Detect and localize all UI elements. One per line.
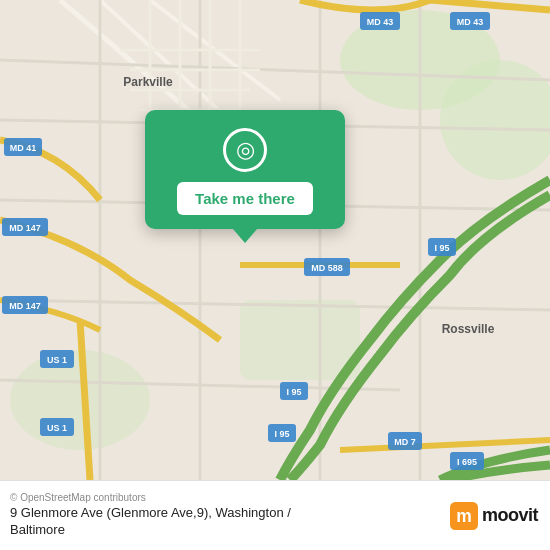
svg-text:I 95: I 95: [286, 387, 301, 397]
address-line2: Baltimore: [10, 522, 65, 537]
svg-text:MD 41: MD 41: [10, 143, 37, 153]
map-view: MD 43 MD 43 MD 41 MD 147 MD 147 US 1 US …: [0, 0, 550, 480]
svg-text:I 95: I 95: [274, 429, 289, 439]
address-section: © OpenStreetMap contributors 9 Glenmore …: [10, 492, 291, 539]
svg-rect-5: [240, 300, 360, 380]
svg-text:MD 7: MD 7: [394, 437, 416, 447]
bottom-info-bar: © OpenStreetMap contributors 9 Glenmore …: [0, 480, 550, 550]
moovit-text: moovit: [482, 505, 538, 526]
svg-text:MD 43: MD 43: [457, 17, 484, 27]
take-me-there-button[interactable]: Take me there: [177, 182, 313, 215]
svg-text:I 695: I 695: [457, 457, 477, 467]
osm-credit: © OpenStreetMap contributors: [10, 492, 291, 503]
pin-icon-wrapper: ◎: [223, 128, 267, 172]
svg-text:MD 147: MD 147: [9, 301, 41, 311]
svg-text:m: m: [456, 506, 472, 526]
svg-text:Parkville: Parkville: [123, 75, 173, 89]
svg-text:US 1: US 1: [47, 423, 67, 433]
pin-icon: ◎: [236, 139, 255, 161]
address-text: 9 Glenmore Ave (Glenmore Ave,9), Washing…: [10, 505, 291, 539]
moovit-logo: m moovit: [450, 502, 538, 530]
location-popup: ◎ Take me there: [145, 110, 345, 229]
address-line1: 9 Glenmore Ave (Glenmore Ave,9), Washing…: [10, 505, 291, 520]
svg-text:I 95: I 95: [434, 243, 449, 253]
svg-text:MD 147: MD 147: [9, 223, 41, 233]
svg-text:MD 43: MD 43: [367, 17, 394, 27]
svg-text:MD 588: MD 588: [311, 263, 343, 273]
moovit-m-icon: m: [450, 502, 478, 530]
svg-text:Rossville: Rossville: [442, 322, 495, 336]
map-svg: MD 43 MD 43 MD 41 MD 147 MD 147 US 1 US …: [0, 0, 550, 480]
svg-text:US 1: US 1: [47, 355, 67, 365]
